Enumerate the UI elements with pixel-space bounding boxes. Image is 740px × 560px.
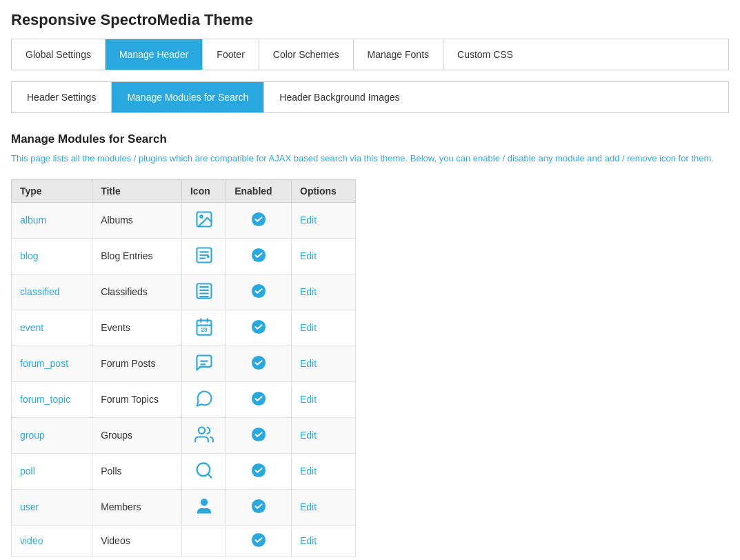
tabs-secondary: Header Settings Manage Modules for Searc… [11,81,729,112]
enabled-check-icon [251,539,266,550]
tab-custom-css[interactable]: Custom CSS [443,39,527,70]
svg-text:28: 28 [201,327,208,333]
cell-title: Classifieds [92,274,182,310]
table-row: eventEvents 28 Edit [12,310,356,346]
cell-enabled [226,525,292,557]
edit-link[interactable]: Edit [300,501,317,512]
cell-options: Edit [292,453,356,489]
edit-link[interactable]: Edit [300,394,317,405]
cell-icon [181,202,226,238]
cell-type: user [12,489,92,525]
cell-icon [181,274,226,310]
image-icon [194,220,214,231]
chat-icon [194,363,214,374]
calendar-icon: 28 [194,328,214,339]
cell-options: Edit [292,310,356,346]
cell-title: Forum Topics [92,381,182,417]
cell-icon [181,489,226,525]
cell-enabled [226,238,292,274]
cell-title: Forum Posts [92,346,182,381]
cell-title: Events [92,310,182,346]
col-options: Options [292,179,356,202]
tab-color-schemes[interactable]: Color Schemes [259,39,354,70]
table-row: userMembers Edit [12,489,356,525]
tab-global-settings[interactable]: Global Settings [12,39,106,70]
cell-type: classified [12,274,92,310]
table-row: videoVideos Edit [12,525,356,557]
table-row: albumAlbums Edit [12,202,356,238]
cell-type: video [12,525,92,557]
tab-header-settings[interactable]: Header Settings [12,82,112,112]
search-icon [194,471,214,482]
content-area: Manage Modules for Search This page list… [11,127,729,557]
cell-type: forum_topic [12,381,92,417]
enabled-check-icon [251,290,266,301]
cell-options: Edit [292,346,356,381]
svg-point-24 [198,427,204,433]
tab-manage-modules-search[interactable]: Manage Modules for Search [112,82,264,112]
cell-options: Edit [292,525,356,557]
col-icon: Icon [181,179,226,202]
edit-link[interactable]: Edit [300,286,317,297]
col-enabled: Enabled [226,179,292,202]
enabled-check-icon [251,361,266,372]
cell-enabled [226,346,292,381]
cell-enabled [226,417,292,453]
col-type: Type [12,179,92,202]
cell-options: Edit [292,202,356,238]
cell-title: Members [92,489,182,525]
table-row: classifiedClassifieds Edit [12,274,356,310]
cell-icon [181,525,226,557]
enabled-check-icon [251,505,266,516]
newspaper-icon [194,292,214,303]
svg-point-29 [201,499,207,505]
tab-manage-header[interactable]: Manage Header [106,39,203,70]
modules-table: Type Title Icon Enabled Options albumAlb… [11,179,356,557]
col-title: Title [92,179,182,202]
tab-footer[interactable]: Footer [203,39,259,70]
section-title: Manage Modules for Search [11,132,729,146]
table-row: groupGroups Edit [12,417,356,453]
edit-link[interactable]: Edit [300,535,317,546]
edit-link[interactable]: Edit [300,250,317,261]
cell-type: forum_post [12,346,92,381]
svg-point-1 [200,215,203,218]
enabled-check-icon [251,218,266,229]
cell-title: Videos [92,525,182,557]
cell-options: Edit [292,238,356,274]
cell-enabled [226,274,292,310]
cell-icon [181,238,226,274]
cell-icon: 28 [181,310,226,346]
cell-icon [181,346,226,381]
cell-icon [181,381,226,417]
cell-enabled [226,310,292,346]
cell-enabled [226,202,292,238]
cell-title: Groups [92,417,182,453]
edit-link[interactable]: Edit [300,214,317,226]
enabled-check-icon [251,469,266,480]
table-row: forum_topicForum Topics Edit [12,381,356,417]
edit-link[interactable]: Edit [300,322,317,333]
table-row: pollPolls Edit [12,453,356,489]
enabled-check-icon [251,433,266,444]
users-icon [194,435,214,446]
table-row: forum_postForum Posts Edit [12,346,356,381]
edit-link[interactable]: Edit [300,358,317,369]
cell-type: group [12,417,92,453]
enabled-check-icon [251,254,266,265]
section-description: This page lists all the modules / plugin… [11,152,729,166]
cell-type: poll [12,453,92,489]
tab-manage-fonts[interactable]: Manage Fonts [354,39,444,70]
tabs-primary: Global Settings Manage Header Footer Col… [11,39,729,70]
cell-enabled [226,453,292,489]
cell-enabled [226,489,292,525]
tab-header-background-images[interactable]: Header Background Images [264,82,414,112]
table-row: blogBlog Entries Edit [12,238,356,274]
user-icon [194,507,214,518]
edit-link[interactable]: Edit [300,430,317,441]
cell-options: Edit [292,489,356,525]
edit-link[interactable]: Edit [300,466,317,477]
table-header-row: Type Title Icon Enabled Options [12,179,356,202]
cell-title: Albums [92,202,182,238]
enabled-check-icon [251,326,266,337]
